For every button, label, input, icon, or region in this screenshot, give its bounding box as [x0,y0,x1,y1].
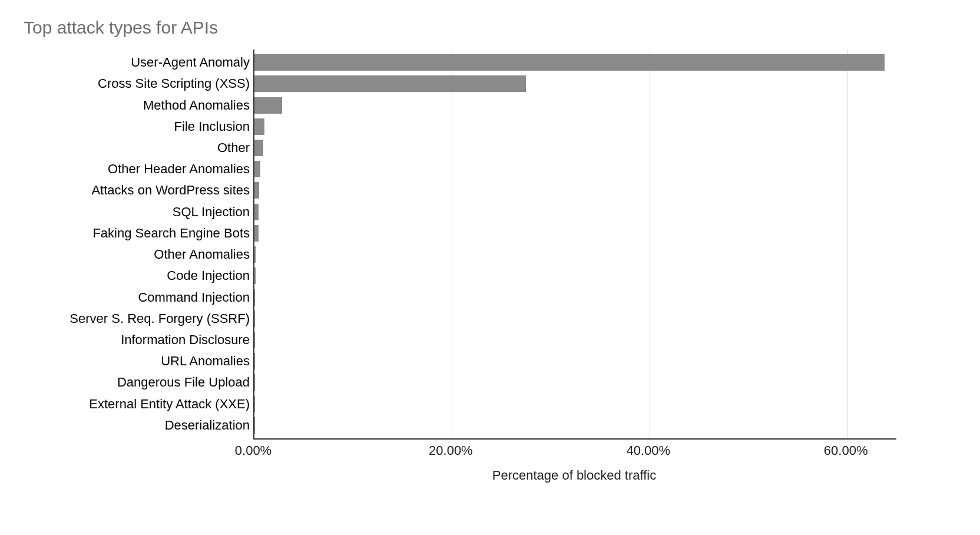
category-label: Other Header Anomalies [26,161,250,177]
category-label: External Entity Attack (XXE) [26,396,250,412]
x-tick-label: 60.00% [824,443,868,458]
x-tick-label: 20.00% [429,443,473,458]
bar [254,374,255,391]
bar [254,54,885,71]
category-label: Deserialization [26,417,250,434]
category-label: File Inclusion [26,118,250,135]
bar [254,161,260,177]
bar [254,289,255,306]
category-label: Other [26,140,250,156]
category-label: User-Agent Anomaly [26,54,250,71]
x-tick-label: 0.00% [235,443,272,458]
plot-area: 0.00%20.00%40.00%60.00% Percentage of bl… [24,49,895,474]
bar [254,246,256,263]
category-label: Attacks on WordPress sites [26,182,250,199]
category-label: Method Anomalies [26,97,250,114]
x-tick-label: 40.00% [626,443,670,458]
category-label: Server S. Req. Forgery (SSRF) [26,311,250,327]
category-label: URL Anomalies [26,353,250,369]
x-axis-label: Percentage of blocked traffic [253,468,895,483]
gridline [452,49,452,438]
bar [254,353,255,369]
category-label: Other Anomalies [26,246,250,263]
category-label: Command Injection [26,289,250,306]
bar [254,97,282,114]
chart-title: Top attack types for APIs [24,18,895,38]
category-label: Information Disclosure [26,332,250,348]
bar [254,204,259,220]
bar [254,332,255,348]
gridline [847,49,847,438]
category-label: Faking Search Engine Bots [26,225,250,242]
category-label: SQL Injection [26,204,250,220]
gridline [650,49,650,438]
bar [254,182,259,199]
bar [254,140,263,156]
bar [254,75,526,92]
bar [254,268,256,284]
chart-container: Top attack types for APIs 0.00%20.00%40.… [24,18,895,501]
category-label: Cross Site Scripting (XSS) [26,75,250,92]
bar [254,311,255,327]
bar [254,225,259,242]
category-label: Code Injection [26,268,250,284]
category-label: Dangerous File Upload [26,374,250,391]
bar [254,396,255,412]
bar [254,118,264,135]
bar [254,417,255,434]
